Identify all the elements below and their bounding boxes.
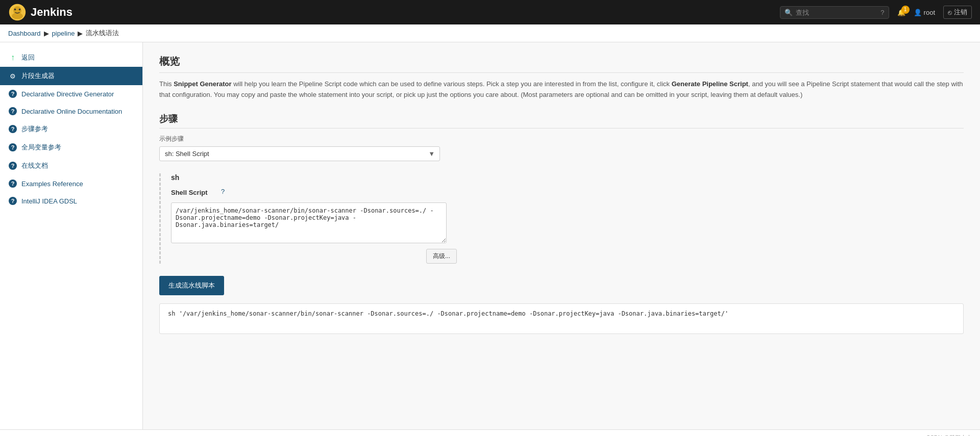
step-name-label: sh bbox=[171, 173, 964, 182]
overview-description: This Snippet Generator will help you lea… bbox=[159, 79, 964, 100]
breadcrumb-sep-1: ▶ bbox=[44, 30, 49, 37]
overview-bold: Snippet Generator bbox=[174, 80, 231, 88]
logout-icon: ⎋ bbox=[948, 9, 952, 16]
shell-script-field-label: Shell Script bbox=[171, 188, 217, 196]
shell-script-row: Shell Script ? bbox=[171, 188, 964, 196]
user-icon: 👤 bbox=[914, 9, 922, 16]
breadcrumb: Dashboard ▶ pipeline ▶ 流水线语法 bbox=[0, 24, 980, 42]
overview-text-2: will help you learn the Pipeline Script … bbox=[232, 80, 672, 88]
sidebar-item-back[interactable]: ↑ 返回 bbox=[0, 48, 142, 67]
svg-point-3 bbox=[14, 9, 16, 11]
example-steps-label: 示例步骤 bbox=[159, 135, 964, 143]
sidebar-item-back-label: 返回 bbox=[21, 53, 35, 62]
overview-title: 概览 bbox=[159, 55, 964, 73]
question-icon-7: ? bbox=[8, 197, 17, 205]
sidebar-item-online-doc2[interactable]: ? 在线文档 bbox=[0, 157, 142, 175]
advanced-button[interactable]: 高级... bbox=[426, 249, 457, 264]
overview-action: Generate Pipeline Script bbox=[672, 80, 748, 88]
step-select[interactable]: sh: Shell Script bbox=[159, 146, 440, 161]
question-icon-3: ? bbox=[8, 125, 17, 133]
shell-script-textarea[interactable] bbox=[171, 202, 447, 243]
search-box[interactable]: 🔍 ? bbox=[780, 6, 889, 19]
logout-label: 注销 bbox=[954, 8, 967, 17]
question-icon-4: ? bbox=[8, 143, 17, 151]
sidebar-item-snippet-generator[interactable]: ⚙ 片段生成器 bbox=[0, 67, 142, 85]
step-select-wrapper: sh: Shell Script ▼ bbox=[159, 146, 440, 161]
sidebar-item-examples-ref[interactable]: ? Examples Reference bbox=[0, 175, 142, 192]
help-circle-icon: ? bbox=[880, 9, 884, 16]
sidebar-item-global-vars[interactable]: ? 全局变量参考 bbox=[0, 138, 142, 157]
search-icon: 🔍 bbox=[785, 9, 793, 16]
pipeline-output: sh '/var/jenkins_home/sonar-scanner/bin/… bbox=[159, 303, 964, 334]
back-icon: ↑ bbox=[8, 53, 17, 62]
search-input[interactable] bbox=[796, 9, 877, 16]
notification-bell[interactable]: 🔔 1 bbox=[897, 9, 905, 16]
sidebar: ↑ 返回 ⚙ 片段生成器 ? Declarative Directive Gen… bbox=[0, 42, 143, 429]
overview-text-1: This bbox=[159, 80, 174, 88]
logout-button[interactable]: ⎋ 注销 bbox=[943, 6, 972, 19]
page-layout: ↑ 返回 ⚙ 片段生成器 ? Declarative Directive Gen… bbox=[0, 42, 980, 429]
breadcrumb-sep-2: ▶ bbox=[78, 30, 83, 37]
sidebar-item-directive-label: Declarative Directive Generator bbox=[21, 90, 114, 98]
sidebar-item-snippet-label: 片段生成器 bbox=[21, 71, 55, 81]
notification-badge-count: 1 bbox=[901, 6, 910, 14]
svg-point-2 bbox=[12, 13, 23, 19]
question-icon-6: ? bbox=[8, 179, 17, 188]
gear-icon: ⚙ bbox=[8, 72, 17, 80]
sidebar-item-online-docs[interactable]: ? Declarative Online Documentation bbox=[0, 102, 142, 120]
breadcrumb-dashboard[interactable]: Dashboard bbox=[8, 30, 41, 37]
sidebar-item-online-doc2-label: 在线文档 bbox=[21, 161, 48, 170]
advanced-btn-container: 高级... bbox=[171, 249, 457, 264]
question-icon-5: ? bbox=[8, 162, 17, 170]
sidebar-item-examples-label: Examples Reference bbox=[21, 180, 83, 188]
sidebar-item-steps-ref[interactable]: ? 步骤参考 bbox=[0, 120, 142, 138]
username-label: root bbox=[924, 9, 935, 16]
breadcrumb-current: 流水线语法 bbox=[86, 29, 119, 38]
steps-title: 步骤 bbox=[159, 113, 964, 129]
sidebar-item-directive-gen[interactable]: ? Declarative Directive Generator bbox=[0, 85, 142, 102]
svg-point-4 bbox=[19, 9, 21, 11]
top-nav-icons: 🔔 1 👤 root ⎋ 注销 bbox=[897, 6, 972, 19]
step-form-block: sh Shell Script ? 高级... bbox=[159, 173, 964, 264]
sidebar-item-intellij-label: IntelliJ IDEA GDSL bbox=[21, 197, 77, 205]
footer: CSDN @慧阁大大 bbox=[0, 429, 980, 436]
jenkins-logo-icon bbox=[8, 3, 27, 21]
jenkins-logo[interactable]: Jenkins bbox=[8, 3, 72, 21]
shell-script-help-icon[interactable]: ? bbox=[221, 188, 225, 195]
user-menu[interactable]: 👤 root bbox=[914, 9, 935, 16]
top-nav: Jenkins 🔍 ? 🔔 1 👤 root ⎋ 注销 bbox=[0, 0, 980, 24]
sidebar-item-global-vars-label: 全局变量参考 bbox=[21, 143, 61, 152]
generate-pipeline-button[interactable]: 生成流水线脚本 bbox=[159, 276, 224, 295]
sidebar-item-intellij-gdsl[interactable]: ? IntelliJ IDEA GDSL bbox=[0, 192, 142, 210]
main-content: 概览 This Snippet Generator will help you … bbox=[143, 42, 980, 429]
sidebar-item-steps-label: 步骤参考 bbox=[21, 124, 48, 134]
sidebar-item-online-docs-label: Declarative Online Documentation bbox=[21, 108, 122, 115]
question-icon-2: ? bbox=[8, 107, 17, 115]
question-icon-1: ? bbox=[8, 90, 17, 98]
jenkins-title: Jenkins bbox=[31, 6, 72, 19]
breadcrumb-pipeline[interactable]: pipeline bbox=[52, 30, 75, 37]
